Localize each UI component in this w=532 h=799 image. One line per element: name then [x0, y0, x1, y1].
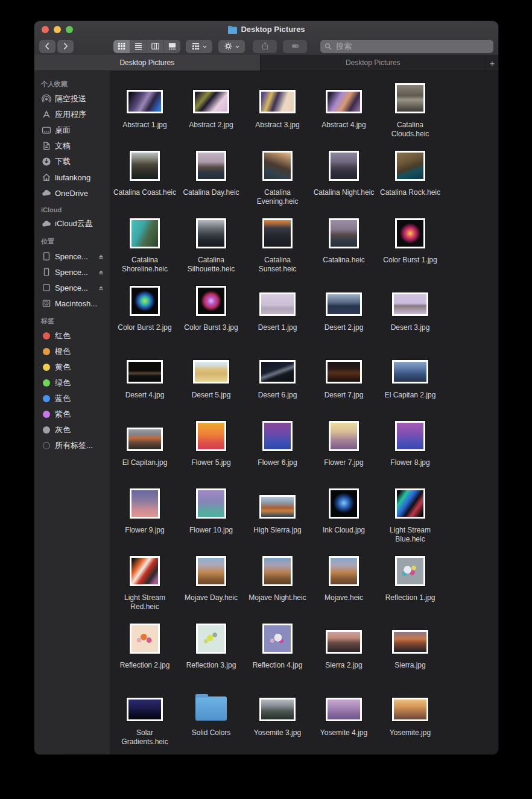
file-item[interactable]: Yosemite 3.jpg	[244, 683, 311, 750]
sidebar-item-黄色[interactable]: 黄色	[34, 359, 110, 375]
file-item[interactable]: Catalina Evening.heic	[244, 142, 311, 210]
file-item[interactable]: Desert 7.jpg	[311, 345, 377, 412]
sidebar-item-spence-[interactable]: Spence...	[34, 264, 110, 280]
file-item[interactable]: Catalina Coast.heic	[112, 142, 178, 210]
file-item[interactable]: Desert 3.jpg	[377, 277, 443, 345]
sidebar-item-liufankong[interactable]: liufankong	[34, 169, 110, 185]
sidebar-item-应用程序[interactable]: 应用程序	[34, 107, 110, 122]
file-thumbnail	[326, 683, 362, 721]
sidebar-item-隔空投送[interactable]: 隔空投送	[34, 91, 110, 107]
file-item[interactable]: Desert 6.jpg	[244, 345, 311, 412]
sidebar-item-紫色[interactable]: 紫色	[34, 406, 110, 422]
sidebar-item-橙色[interactable]: 橙色	[34, 344, 110, 359]
file-item[interactable]: Reflection 2.jpg	[112, 615, 178, 683]
sidebar-item-下载[interactable]: 下载	[34, 154, 110, 169]
tab-2[interactable]: Desktop Pictures	[261, 55, 487, 71]
file-item[interactable]: Light Stream Blue.heic	[377, 480, 443, 548]
file-item[interactable]: Abstract 2.jpg	[178, 75, 244, 142]
file-item[interactable]: Desert 2.jpg	[311, 277, 377, 345]
file-item[interactable]: Reflection 4.jpg	[244, 615, 311, 683]
sidebar-item-onedrive[interactable]: OneDrive	[34, 185, 110, 201]
file-item[interactable]: Solid Colors	[178, 683, 244, 750]
search-field-container	[320, 40, 493, 53]
sidebar-item-spence-[interactable]: Spence...	[34, 248, 110, 264]
file-item[interactable]: Light Stream Red.heic	[112, 548, 178, 615]
file-item[interactable]: Yosemite.jpg	[377, 683, 443, 750]
file-thumbnail	[326, 345, 362, 384]
file-item[interactable]: Flower 9.jpg	[112, 480, 178, 548]
file-item[interactable]: Mojave Night.heic	[244, 548, 311, 615]
file-item[interactable]: Catalina Clouds.heic	[377, 75, 443, 142]
file-item[interactable]: Reflection 3.jpg	[178, 615, 244, 683]
file-item[interactable]: Catalina Night.heic	[311, 142, 377, 210]
sidebar-item-文稿[interactable]: 文稿	[34, 138, 110, 154]
sidebar-item-所有标签-[interactable]: 所有标签...	[34, 438, 110, 453]
image-preview	[329, 218, 359, 248]
file-item[interactable]: Reflection 1.jpg	[377, 548, 443, 615]
back-button[interactable]	[39, 40, 55, 53]
new-tab-button[interactable]: +	[486, 55, 498, 71]
sidebar-item-icloud云盘[interactable]: iCloud云盘	[34, 216, 110, 232]
file-item[interactable]: Solar Gradients.heic	[112, 683, 178, 750]
search-input[interactable]	[335, 41, 490, 51]
image-preview	[392, 698, 428, 721]
eject-button[interactable]	[98, 285, 104, 291]
file-item[interactable]: Sierra.jpg	[377, 615, 443, 683]
file-item[interactable]: Abstract 3.jpg	[244, 75, 311, 142]
file-item[interactable]: Catalina Shoreline.heic	[112, 210, 178, 277]
sidebar-item-spence-[interactable]: Spence...	[34, 280, 110, 295]
file-item[interactable]: Color Burst 2.jpg	[112, 277, 178, 345]
share-button[interactable]	[253, 40, 277, 53]
file-item[interactable]: El Capitan 2.jpg	[377, 345, 443, 412]
tab-1[interactable]: Desktop Pictures	[34, 55, 261, 71]
file-item[interactable]: Color Burst 1.jpg	[377, 210, 443, 277]
tag-color-dot	[43, 332, 50, 339]
file-item[interactable]: Desert 5.jpg	[178, 345, 244, 412]
tab-bar: Desktop PicturesDesktop Pictures+	[34, 55, 498, 71]
eject-button[interactable]	[98, 269, 104, 276]
file-item[interactable]: Flower 6.jpg	[244, 412, 311, 480]
image-preview	[259, 360, 296, 384]
file-item[interactable]: Abstract 4.jpg	[311, 75, 377, 142]
file-name: Abstract 1.jpg	[122, 121, 166, 130]
gallery-view-button[interactable]	[163, 40, 180, 53]
sidebar-item-绿色[interactable]: 绿色	[34, 375, 110, 391]
forward-button[interactable]	[57, 40, 74, 53]
file-item[interactable]: Ink Cloud.jpg	[311, 480, 377, 548]
file-item[interactable]: Flower 7.jpg	[311, 412, 377, 480]
file-item[interactable]: Catalina.heic	[311, 210, 377, 277]
file-item[interactable]: Yosemite 4.jpg	[311, 683, 377, 750]
column-view-button[interactable]	[147, 40, 163, 53]
list-view-button[interactable]	[130, 40, 147, 53]
sidebar-item-macintosh-[interactable]: Macintosh...	[34, 295, 110, 311]
file-name: Catalina Shoreline.heic	[113, 256, 177, 274]
group-by-button[interactable]	[186, 40, 212, 53]
icon-view-button[interactable]	[113, 40, 130, 53]
sidebar-item-灰色[interactable]: 灰色	[34, 422, 110, 438]
file-item[interactable]: Desert 1.jpg	[244, 277, 311, 345]
file-item[interactable]: High Sierra.jpg	[244, 480, 311, 548]
file-item[interactable]: Mojave Day.heic	[178, 548, 244, 615]
file-item[interactable]: Desert 4.jpg	[112, 345, 178, 412]
file-item[interactable]: Flower 5.jpg	[178, 412, 244, 480]
file-item[interactable]: Flower 10.jpg	[178, 480, 244, 548]
tag-button[interactable]	[283, 40, 307, 53]
sidebar-item-蓝色[interactable]: 蓝色	[34, 391, 110, 406]
finder-window: Desktop Pictures	[34, 21, 498, 754]
file-item[interactable]: Catalina Rock.heic	[377, 142, 443, 210]
sidebar-item-label: 应用程序	[55, 109, 86, 120]
file-item[interactable]: Color Burst 3.jpg	[178, 277, 244, 345]
sidebar-item-桌面[interactable]: 桌面	[34, 122, 110, 138]
file-item[interactable]: El Capitan.jpg	[112, 412, 178, 480]
file-item[interactable]: Mojave.heic	[311, 548, 377, 615]
eject-button[interactable]	[98, 253, 104, 260]
file-item[interactable]: Flower 8.jpg	[377, 412, 443, 480]
action-menu-button[interactable]	[218, 40, 245, 53]
file-item[interactable]: Abstract 1.jpg	[112, 75, 178, 142]
file-item[interactable]: Catalina Silhouette.heic	[178, 210, 244, 277]
file-item[interactable]: Catalina Day.heic	[178, 142, 244, 210]
sidebar-item-红色[interactable]: 红色	[34, 328, 110, 344]
file-item[interactable]: Sierra 2.jpg	[311, 615, 377, 683]
file-thumbnail	[259, 345, 296, 384]
file-item[interactable]: Catalina Sunset.heic	[244, 210, 311, 277]
